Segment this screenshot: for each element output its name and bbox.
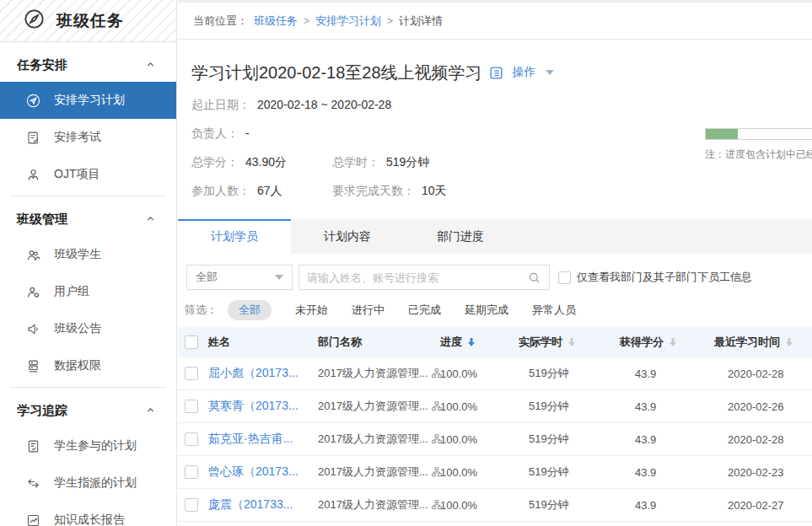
sort-down-icon[interactable]	[785, 337, 793, 347]
department-filter-checkbox[interactable]	[558, 271, 571, 284]
sidebar-item-label: 知识成长报告	[54, 513, 125, 526]
breadcrumb-link-class-tasks[interactable]: 班级任务	[254, 13, 298, 29]
filter-option-completed[interactable]: 已完成	[408, 303, 441, 318]
select-all-checkbox[interactable]	[185, 335, 198, 349]
filter-option-in-progress[interactable]: 进行中	[352, 303, 384, 318]
chevron-up-icon[interactable]	[145, 404, 156, 418]
filter-option-not-started[interactable]: 未开始	[295, 303, 328, 318]
tab-department-progress[interactable]: 部门进度	[404, 219, 517, 254]
sidebar-item-label: 班级公告	[54, 321, 101, 336]
column-header-department[interactable]: 部门名称	[318, 335, 440, 350]
data-permission-icon	[25, 358, 41, 374]
hours-cell: 519分钟	[519, 464, 620, 480]
credit-cell: 43.9	[620, 433, 714, 446]
table-row: 屈小彪（20173... 2017级人力资源管理... 100.0% 519分钟…	[178, 357, 812, 390]
filter-label: 筛选：	[185, 303, 218, 318]
nav-section-learning-track[interactable]: 学习追踪	[0, 394, 176, 427]
tab-plan-students[interactable]: 计划学员	[178, 219, 291, 254]
search-input[interactable]	[307, 271, 527, 284]
sidebar-item-student-assigned-plans[interactable]: 学生指派的计划	[0, 464, 176, 502]
student-name-link[interactable]: 庞震（201733...	[208, 497, 318, 513]
sidebar-item-student-joined-plans[interactable]: 学生参与的计划	[0, 427, 176, 464]
progress-cell: 100.0%	[440, 433, 519, 446]
last-date-cell: 2020-02-28	[714, 368, 812, 380]
column-header-name[interactable]: 姓名	[208, 335, 318, 350]
department-cell: 2017级人力资源管理...	[318, 464, 440, 480]
detail-label: 要求完成天数：	[332, 184, 415, 199]
filter-option-abnormal[interactable]: 异常人员	[532, 303, 576, 318]
last-date-cell: 2020-02-26	[714, 400, 812, 413]
sort-down-icon[interactable]	[669, 337, 677, 347]
student-name-link[interactable]: 茹克亚·热吉甫...	[208, 432, 318, 447]
nav-section-title: 班级管理	[17, 212, 67, 228]
row-checkbox[interactable]	[185, 367, 198, 380]
filter-row: 筛选： 全部 未开始 进行中 已完成 延期完成 异常人员	[185, 300, 812, 320]
chevron-up-icon[interactable]	[145, 58, 156, 72]
tab-plan-content[interactable]: 计划内容	[291, 219, 404, 254]
detail-date-range: 起止日期： 2020-02-18 ~ 2020-02-28	[191, 98, 391, 113]
department-cell: 2017级人力资源管理...	[318, 366, 440, 381]
hours-cell: 519分钟	[519, 432, 620, 447]
action-button[interactable]: 操作	[513, 65, 536, 80]
status-dropdown[interactable]: 全部	[186, 265, 293, 290]
breadcrumb-current: 计划详情	[399, 13, 443, 29]
progress-cell: 100.0%	[440, 400, 519, 413]
send-plane-icon	[25, 93, 41, 109]
caret-down-icon[interactable]	[546, 70, 554, 75]
filter-option-overdue-completed[interactable]: 延期完成	[465, 303, 508, 318]
table-row: 茹克亚·热吉甫... 2017级人力资源管理... 100.0% 519分钟 4…	[178, 423, 812, 456]
column-header-actual-hours[interactable]: 实际学时	[519, 335, 620, 350]
progress-bar	[705, 128, 812, 140]
last-date-cell: 2020-02-23	[714, 466, 812, 479]
student-name-link[interactable]: 曾心琢（20173...	[208, 464, 318, 480]
student-name-link[interactable]: 屈小彪（20173...	[208, 366, 318, 381]
page-title: 学习计划2020-02-18至28线上视频学习	[191, 62, 482, 84]
sort-down-icon[interactable]	[567, 337, 576, 347]
nav-section-task-arrange[interactable]: 任务安排	[0, 48, 176, 82]
growth-report-icon	[25, 513, 41, 526]
table-header-row: 姓名 部门名称 进度 实际学时 获得学分 最近学习时间	[178, 327, 812, 357]
hours-cell: 519分钟	[519, 366, 620, 381]
detail-value: 43.90分	[245, 155, 287, 170]
sort-down-icon[interactable]	[467, 337, 476, 347]
row-checkbox[interactable]	[185, 498, 198, 512]
chevron-up-icon[interactable]	[145, 212, 156, 227]
sidebar-item-arrange-exam[interactable]: 安排考试	[0, 119, 176, 156]
students-table: 姓名 部门名称 进度 实际学时 获得学分 最近学习时间 屈小彪（20173...	[178, 327, 812, 522]
breadcrumb-link-arrange-study-plan[interactable]: 安排学习计划	[315, 13, 381, 29]
sidebar-item-label: 学生指派的计划	[54, 475, 137, 491]
filter-option-all[interactable]: 全部	[228, 300, 272, 320]
caret-down-icon	[275, 275, 283, 280]
last-date-cell: 2020-02-28	[714, 433, 812, 446]
detail-total-credits: 总学分： 43.90分	[191, 155, 332, 170]
sidebar-item-label: OJT项目	[54, 167, 99, 182]
sidebar-item-arrange-study-plan[interactable]: 安排学习计划	[0, 82, 176, 119]
row-checkbox[interactable]	[185, 465, 198, 479]
search-icon[interactable]	[527, 271, 541, 285]
sidebar-item-data-permission[interactable]: 数据权限	[0, 347, 176, 384]
progress-cell: 100.0%	[440, 466, 519, 479]
sidebar-item-class-announcement[interactable]: 班级公告	[0, 310, 176, 347]
sidebar-item-label: 班级学生	[54, 247, 101, 262]
sidebar-item-ojt-project[interactable]: OJT项目	[0, 156, 176, 193]
column-header-credits[interactable]: 获得学分	[620, 335, 714, 350]
column-header-last-study-time[interactable]: 最近学习时间	[714, 335, 812, 350]
nav-section-class-manage[interactable]: 班级管理	[0, 202, 176, 236]
compass-icon	[23, 8, 46, 34]
row-checkbox[interactable]	[185, 432, 198, 446]
breadcrumb-label: 当前位置：	[193, 13, 248, 29]
sidebar-item-user-group[interactable]: 用户组	[0, 273, 176, 310]
row-checkbox[interactable]	[185, 400, 198, 413]
department-cell: 2017级人力资源管理...	[318, 432, 440, 447]
credit-cell: 43.9	[620, 400, 714, 413]
credit-cell: 43.9	[620, 466, 714, 479]
person-icon	[25, 167, 41, 183]
search-box	[298, 265, 550, 290]
last-date-cell: 2020-02-27	[714, 499, 812, 512]
list-icon[interactable]	[488, 65, 504, 81]
student-name-link[interactable]: 莫寒青（20173...	[208, 399, 318, 414]
column-header-progress[interactable]: 进度	[440, 335, 519, 350]
sidebar-item-class-students[interactable]: 班级学生	[0, 236, 176, 273]
detail-participants: 参加人数： 67人	[191, 184, 332, 199]
sidebar-item-knowledge-growth-report[interactable]: 知识成长报告	[0, 502, 176, 526]
